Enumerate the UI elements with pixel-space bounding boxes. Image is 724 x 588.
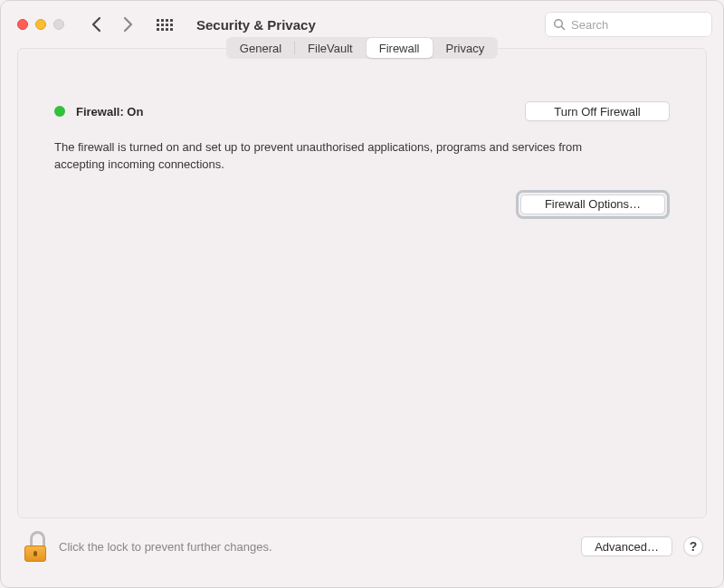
tab-content: Firewall: On Turn Off Firewall The firew…: [18, 85, 706, 219]
turn-off-firewall-button[interactable]: Turn Off Firewall: [525, 101, 670, 121]
forward-button: [123, 16, 133, 33]
firewall-description: The firewall is turned on and set up to …: [54, 139, 634, 174]
status-indicator-icon: [54, 106, 65, 117]
firewall-status-label: Firewall: On: [76, 105, 143, 119]
tab-privacy[interactable]: Privacy: [433, 38, 498, 58]
firewall-status-row: Firewall: On Turn Off Firewall: [54, 101, 670, 121]
tab-bar: General FileVault Firewall Privacy: [226, 37, 498, 59]
tab-filevault[interactable]: FileVault: [295, 38, 366, 58]
search-input[interactable]: [571, 18, 704, 32]
back-button[interactable]: [91, 16, 101, 33]
close-window-button[interactable]: [17, 19, 28, 30]
preferences-panel: General FileVault Firewall Privacy Firew…: [17, 48, 707, 518]
show-all-prefs-button[interactable]: [157, 19, 173, 31]
tab-firewall[interactable]: Firewall: [367, 38, 433, 58]
nav-arrows: [91, 16, 133, 33]
search-icon: [553, 18, 566, 31]
lock-icon[interactable]: [23, 531, 48, 562]
lock-hint-text: Click the lock to prevent further change…: [59, 540, 272, 554]
firewall-options-button[interactable]: Firewall Options…: [520, 194, 665, 214]
footer: Click the lock to prevent further change…: [1, 531, 723, 576]
advanced-button[interactable]: Advanced…: [581, 536, 672, 556]
window-controls: [17, 19, 64, 30]
minimize-window-button[interactable]: [35, 19, 46, 30]
svg-line-1: [561, 26, 564, 29]
window-title: Security & Privacy: [196, 17, 316, 33]
help-button[interactable]: ?: [683, 536, 703, 556]
search-field[interactable]: [545, 12, 712, 37]
tab-general[interactable]: General: [227, 38, 294, 58]
focus-ring: Firewall Options…: [516, 190, 670, 219]
zoom-window-button[interactable]: [53, 19, 64, 30]
